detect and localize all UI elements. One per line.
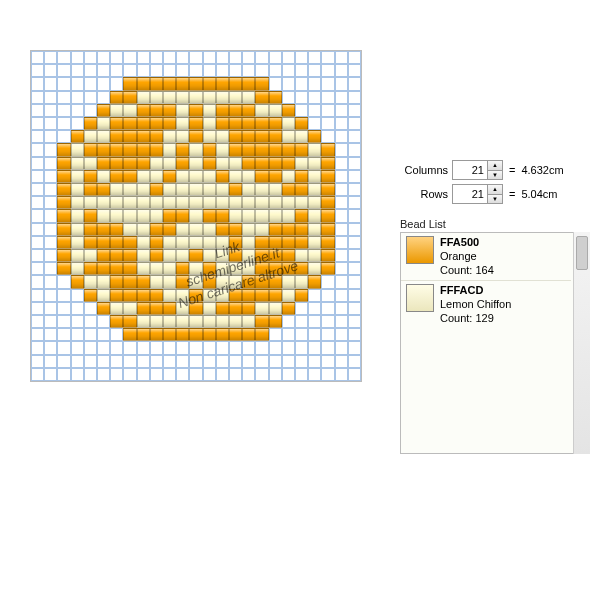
chevron-down-icon[interactable]: ▼ [488,171,502,180]
bead-hex: FFFACD [440,284,511,298]
rows-cm: 5.04cm [521,188,557,200]
equals-sign: = [507,188,517,200]
side-panel: Columns ▲ ▼ = 4.632cm Rows ▲ ▼ = 5.04cm … [400,160,590,454]
chevron-down-icon[interactable]: ▼ [488,195,502,204]
chevron-up-icon[interactable]: ▲ [488,185,502,195]
bead-list-item[interactable]: FFFACDLemon ChiffonCount: 129 [401,281,571,328]
columns-row: Columns ▲ ▼ = 4.632cm [400,160,590,180]
equals-sign: = [507,164,517,176]
bead-swatch [406,284,434,312]
bead-name: Lemon Chiffon [440,298,511,312]
rows-input[interactable] [453,185,487,203]
scrollbar-thumb[interactable] [576,236,588,270]
chevron-up-icon[interactable]: ▲ [488,161,502,171]
columns-input[interactable] [453,161,487,179]
bead-count: Count: 129 [440,312,511,326]
bead-list-label: Bead List [400,218,590,230]
bead-name: Orange [440,250,494,264]
bead-swatch [406,236,434,264]
bead-grid [31,51,361,381]
rows-stepper[interactable]: ▲ ▼ [452,184,503,204]
bead-info: FFFACDLemon ChiffonCount: 129 [440,284,511,325]
bead-hex: FFA500 [440,236,494,250]
bead-list[interactable]: FFA500OrangeCount: 164FFFACDLemon Chiffo… [400,232,590,454]
columns-cm: 4.632cm [521,164,563,176]
pattern-canvas[interactable] [30,50,362,382]
rows-label: Rows [400,188,448,200]
spinner-arrows[interactable]: ▲ ▼ [487,161,502,179]
bead-list-item[interactable]: FFA500OrangeCount: 164 [401,233,571,281]
scrollbar[interactable] [573,232,590,454]
rows-row: Rows ▲ ▼ = 5.04cm [400,184,590,204]
columns-stepper[interactable]: ▲ ▼ [452,160,503,180]
bead-info: FFA500OrangeCount: 164 [440,236,494,277]
spinner-arrows[interactable]: ▲ ▼ [487,185,502,203]
bead-count: Count: 164 [440,264,494,278]
columns-label: Columns [400,164,448,176]
